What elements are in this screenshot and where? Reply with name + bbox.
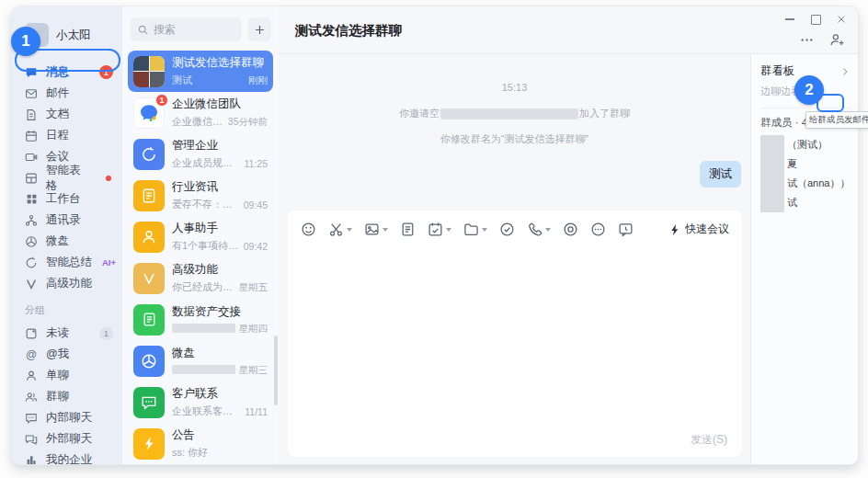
screenshot-button[interactable] xyxy=(328,222,352,237)
close-button[interactable] xyxy=(836,14,847,25)
sidebar-item-my-company[interactable]: 我的企业 xyxy=(25,450,122,465)
sidebar-item-direct-chats[interactable]: 单聊 xyxy=(25,365,122,386)
file-button[interactable] xyxy=(400,222,416,237)
announcement-avatar xyxy=(133,428,165,460)
person-icon xyxy=(25,370,38,382)
minimize-button[interactable] xyxy=(784,14,795,25)
message-input-panel[interactable]: 快速会议 发送(S) xyxy=(288,211,742,457)
sidebar-item-mentions[interactable]: @ @我 xyxy=(25,344,122,365)
sidebar-item-contacts[interactable]: 通讯录 xyxy=(25,210,122,231)
hr-assistant-avatar xyxy=(133,222,165,253)
plus-icon xyxy=(254,24,266,36)
sidebar-item-unread[interactable]: 未读 1 xyxy=(25,323,122,344)
sidebar-item-external-chats[interactable]: 外部聊天 xyxy=(25,428,122,450)
member-row[interactable]: 试（anna）） xyxy=(760,174,851,193)
sidebar-item-internal-chats[interactable]: 内部聊天 xyxy=(25,407,122,428)
chat-item-wecom-team[interactable]: 1 企业微信团队 企业微信管理后...35分钟前 xyxy=(128,92,273,133)
chat-unread-badge: 1 xyxy=(155,94,168,107)
sidebar-item-calendar[interactable]: 日程 xyxy=(25,125,122,146)
unread-icon xyxy=(25,327,38,340)
more-tools-button[interactable] xyxy=(590,222,606,237)
message-log: 15:13 你邀请空 加入了群聊 你修改群名为“测试发信选择群聊” 测试 xyxy=(279,54,750,211)
chat-item-data-handover[interactable]: 数据资产交接 星期四 xyxy=(128,299,273,340)
image-button[interactable] xyxy=(364,222,388,237)
sidebar-item-docs[interactable]: 文档 xyxy=(25,104,122,125)
quick-meeting-button[interactable]: 快速会议 xyxy=(668,222,729,237)
folder-button[interactable] xyxy=(463,222,487,237)
nav-sidebar: 小太阳 消息 1 邮件 文档 日程 会议 智能表格 xyxy=(12,6,122,464)
redacted-names xyxy=(440,108,578,120)
todo-button[interactable] xyxy=(499,222,515,237)
search-input[interactable]: 搜索 xyxy=(130,17,242,41)
maximize-button[interactable] xyxy=(810,14,821,25)
sent-message-bubble: 测试 xyxy=(700,161,741,188)
disk-icon xyxy=(25,235,38,248)
sidebar-item-group-chats[interactable]: 群聊 xyxy=(25,386,122,407)
advanced-features-avatar xyxy=(133,263,165,294)
annotation-step-1: 1 xyxy=(11,27,40,56)
main-column: 测试发信选择群聊 15:13 你邀请空 加入了群聊 xyxy=(279,6,858,464)
calendar-icon xyxy=(25,130,38,142)
add-member-button[interactable] xyxy=(829,32,845,48)
call-button[interactable] xyxy=(527,222,551,237)
new-chat-button[interactable] xyxy=(247,17,271,41)
sidebar-item-mail[interactable]: 邮件 xyxy=(25,83,122,104)
at-icon: @ xyxy=(25,348,38,361)
org-icon xyxy=(25,214,38,227)
caret-down-icon xyxy=(446,228,451,232)
chat-item-industry-news[interactable]: 行业资讯 爱存不存：在工行...09:45 xyxy=(128,175,273,216)
drive-avatar xyxy=(133,346,165,377)
wecom-team-avatar: 1 xyxy=(133,97,165,129)
unread-group-badge: 1 xyxy=(99,327,113,340)
ai-summary-icon xyxy=(25,256,38,269)
data-handover-avatar xyxy=(133,304,165,336)
redacted-text xyxy=(172,324,235,333)
sidebar-item-ai-summary[interactable]: 智能总结 AI+ xyxy=(25,252,122,273)
grid-icon xyxy=(25,193,38,206)
system-message-invite: 你邀请空 加入了群聊 xyxy=(399,107,630,120)
vip-icon xyxy=(25,278,38,290)
sidebar-item-workbench[interactable]: 工作台 xyxy=(25,188,122,210)
search-placeholder: 搜索 xyxy=(154,22,176,38)
voice-record-button[interactable] xyxy=(563,222,578,237)
chat-item-manage-company[interactable]: 管理企业 企业成员规模已达...11:25 xyxy=(128,133,273,175)
send-mail-tooltip: 给群成员发邮件 xyxy=(805,111,868,129)
reminder-button[interactable] xyxy=(618,222,634,237)
people-icon xyxy=(25,391,38,404)
system-message-rename: 你修改群名为“测试发信选择群聊” xyxy=(440,132,588,146)
sidebar-item-smart-table[interactable]: 智能表格 xyxy=(25,167,122,188)
building-icon xyxy=(25,454,38,466)
chat-item-selected-group[interactable]: 测试发信选择群聊 测试刚刚 xyxy=(128,51,273,92)
member-row[interactable]: （测试） xyxy=(760,135,851,154)
chat-item-announcement[interactable]: 公告 ss: 你好 xyxy=(128,423,273,464)
emoji-button[interactable] xyxy=(301,222,316,237)
sidebar-item-advanced[interactable]: 高级功能 xyxy=(25,273,122,294)
chat-item-customer-contact[interactable]: 客户联系 企业联系客户统计 ...11/11 xyxy=(128,381,273,423)
app-window: 小太阳 消息 1 邮件 文档 日程 会议 智能表格 xyxy=(11,6,859,465)
chat-item-advanced-features[interactable]: 高级功能 你已经成为超级管...星期五 xyxy=(128,257,273,299)
chat-title: 测试发信选择群聊 xyxy=(295,22,402,40)
schedule-button[interactable] xyxy=(428,222,451,237)
redacted-avatar xyxy=(760,154,784,174)
member-list: （测试） 夏 试（anna）） 试 xyxy=(760,135,851,212)
member-row[interactable]: 夏 xyxy=(760,154,851,174)
customer-contact-avatar xyxy=(133,387,165,418)
caret-down-icon xyxy=(383,228,388,232)
sidebar-item-drive[interactable]: 微盘 xyxy=(25,231,122,252)
chat-list-scrollbar[interactable] xyxy=(274,336,278,405)
chat-item-drive[interactable]: 微盘 星期三 xyxy=(128,340,273,381)
message-timestamp: 15:13 xyxy=(502,82,528,93)
chat-list: 搜索 测试发信选择群聊 测试刚刚 1 企业微信团队 企业微信管理后...35 xyxy=(122,6,279,464)
input-toolbar: 快速会议 xyxy=(288,211,742,237)
group-avatar xyxy=(133,56,165,87)
send-button[interactable]: 发送(S) xyxy=(691,432,727,448)
caret-down-icon xyxy=(482,228,487,232)
manage-company-avatar xyxy=(133,139,165,170)
table-icon xyxy=(25,172,38,185)
chat-more-button[interactable] xyxy=(799,32,815,48)
chat-item-hr-assistant[interactable]: 人事助手 有1个事项待处理09:42 xyxy=(128,216,273,257)
member-row[interactable]: 试 xyxy=(760,193,851,212)
chat-header: 测试发信选择群聊 xyxy=(279,6,858,54)
news-avatar xyxy=(133,180,165,211)
redacted-avatar xyxy=(760,174,784,193)
